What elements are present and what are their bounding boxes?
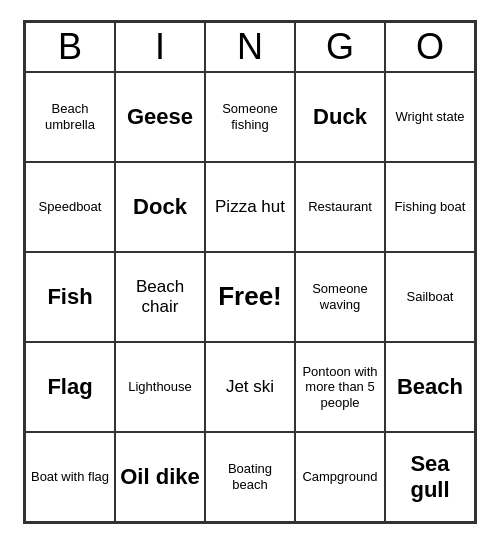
cell-text-15: Flag xyxy=(47,374,92,400)
cell-text-3: Duck xyxy=(313,104,367,130)
bingo-cell-9[interactable]: Fishing boat xyxy=(385,162,475,252)
cell-text-1: Geese xyxy=(127,104,193,130)
bingo-cell-6[interactable]: Dock xyxy=(115,162,205,252)
header-letter-b: B xyxy=(25,22,115,72)
cell-text-19: Beach xyxy=(397,374,463,400)
cell-text-8: Restaurant xyxy=(308,199,372,215)
cell-text-20: Boat with flag xyxy=(31,469,109,485)
cell-text-6: Dock xyxy=(133,194,187,220)
bingo-cell-23[interactable]: Campground xyxy=(295,432,385,522)
cell-text-21: Oil dike xyxy=(120,464,199,490)
bingo-cell-11[interactable]: Beach chair xyxy=(115,252,205,342)
cell-text-11: Beach chair xyxy=(120,277,200,318)
bingo-cell-13[interactable]: Someone waving xyxy=(295,252,385,342)
bingo-cell-2[interactable]: Someone fishing xyxy=(205,72,295,162)
cell-text-10: Fish xyxy=(47,284,92,310)
header-letter-g: G xyxy=(295,22,385,72)
bingo-grid: Beach umbrellaGeeseSomeone fishingDuckWr… xyxy=(25,72,475,522)
bingo-cell-12[interactable]: Free! xyxy=(205,252,295,342)
cell-text-2: Someone fishing xyxy=(210,101,290,132)
cell-text-9: Fishing boat xyxy=(395,199,466,215)
bingo-cell-17[interactable]: Jet ski xyxy=(205,342,295,432)
header-letter-o: O xyxy=(385,22,475,72)
bingo-cell-14[interactable]: Sailboat xyxy=(385,252,475,342)
cell-text-16: Lighthouse xyxy=(128,379,192,395)
bingo-cell-16[interactable]: Lighthouse xyxy=(115,342,205,432)
header-row: BINGO xyxy=(25,22,475,72)
bingo-cell-1[interactable]: Geese xyxy=(115,72,205,162)
bingo-cell-21[interactable]: Oil dike xyxy=(115,432,205,522)
cell-text-0: Beach umbrella xyxy=(30,101,110,132)
cell-text-12: Free! xyxy=(218,281,282,312)
bingo-cell-19[interactable]: Beach xyxy=(385,342,475,432)
cell-text-22: Boating beach xyxy=(210,461,290,492)
cell-text-18: Pontoon with more than 5 people xyxy=(300,364,380,411)
bingo-cell-0[interactable]: Beach umbrella xyxy=(25,72,115,162)
bingo-cell-5[interactable]: Speedboat xyxy=(25,162,115,252)
bingo-cell-15[interactable]: Flag xyxy=(25,342,115,432)
bingo-cell-18[interactable]: Pontoon with more than 5 people xyxy=(295,342,385,432)
bingo-cell-3[interactable]: Duck xyxy=(295,72,385,162)
cell-text-7: Pizza hut xyxy=(215,197,285,217)
header-letter-i: I xyxy=(115,22,205,72)
header-letter-n: N xyxy=(205,22,295,72)
cell-text-13: Someone waving xyxy=(300,281,380,312)
bingo-cell-4[interactable]: Wright state xyxy=(385,72,475,162)
cell-text-5: Speedboat xyxy=(39,199,102,215)
bingo-cell-22[interactable]: Boating beach xyxy=(205,432,295,522)
bingo-cell-24[interactable]: Sea gull xyxy=(385,432,475,522)
bingo-cell-20[interactable]: Boat with flag xyxy=(25,432,115,522)
cell-text-14: Sailboat xyxy=(407,289,454,305)
cell-text-4: Wright state xyxy=(395,109,464,125)
cell-text-24: Sea gull xyxy=(390,451,470,504)
bingo-cell-7[interactable]: Pizza hut xyxy=(205,162,295,252)
cell-text-17: Jet ski xyxy=(226,377,274,397)
bingo-card: BINGO Beach umbrellaGeeseSomeone fishing… xyxy=(23,20,477,524)
cell-text-23: Campground xyxy=(302,469,377,485)
bingo-cell-8[interactable]: Restaurant xyxy=(295,162,385,252)
bingo-cell-10[interactable]: Fish xyxy=(25,252,115,342)
